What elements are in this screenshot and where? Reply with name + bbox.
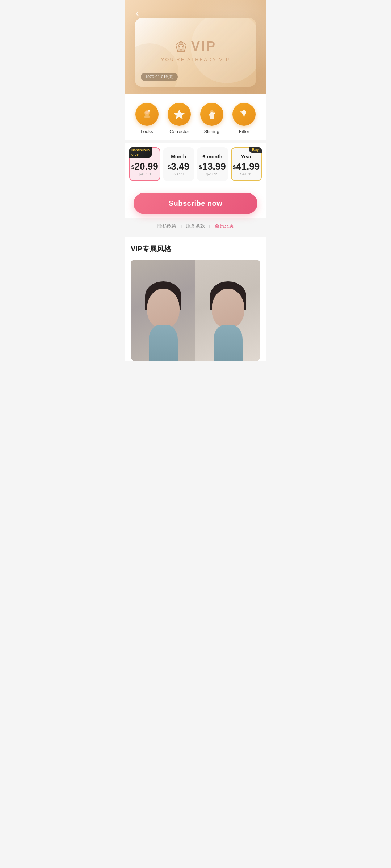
svg-rect-7 (144, 115, 150, 118)
face-oval-right (212, 289, 244, 328)
looks-label: Looks (140, 129, 153, 134)
face-silhouette-left (142, 281, 185, 361)
svg-marker-10 (174, 110, 185, 119)
plan-month[interactable]: Month $ 3.49 $3.99 (163, 147, 194, 181)
pricing-section: Continuousorder Year $ 20.99 $41.99 Mont… (125, 143, 266, 186)
plan-6m-price-row: $ 13.99 (199, 162, 226, 171)
plan-year-buy-original: $41.99 (240, 172, 252, 176)
vip-expiry-text: 1970-01-01到期 (141, 73, 178, 81)
plan-year-buy-price-row: $ 41.99 (233, 162, 260, 171)
header-area: VIP YOU'RE ALREADY VIP 1970-01-01到期 (125, 0, 266, 94)
features-row: ✦ Looks Corrector ✦ Slimin (131, 103, 260, 134)
links-row: 隐私政策 I 服务条款 I 会员兑换 (125, 218, 266, 237)
features-section: ✦ Looks Corrector ✦ Slimin (125, 94, 266, 140)
plan-month-currency: $ (168, 164, 171, 170)
plan-six-month[interactable]: 6-month $ 13.99 $20.99 (197, 147, 228, 181)
plan-month-price-row: $ 3.49 (168, 162, 189, 171)
vip-styles-section: VIP专属风格 (125, 237, 266, 361)
face-oval-left (147, 289, 180, 328)
svg-marker-2 (177, 45, 181, 51)
plan-year-continuous[interactable]: Continuousorder Year $ 20.99 $41.99 (129, 147, 160, 181)
continuous-badge: Continuousorder (129, 147, 152, 158)
body-left (149, 325, 178, 361)
pricing-row: Continuousorder Year $ 20.99 $41.99 Mont… (129, 147, 262, 183)
svg-marker-3 (181, 45, 185, 51)
separator-1: I (179, 224, 183, 229)
plan-6m-amount: 13.99 (202, 162, 226, 171)
terms-link[interactable]: 服务条款 (186, 223, 205, 229)
body-right (214, 325, 243, 361)
svg-text:✦: ✦ (148, 110, 150, 112)
photo-comparison (131, 260, 260, 361)
separator-2: I (208, 224, 212, 229)
vip-styles-title: VIP专属风格 (131, 244, 260, 254)
feature-looks[interactable]: ✦ Looks (133, 103, 161, 134)
corrector-icon (168, 103, 191, 126)
filter-label: Filter (239, 129, 249, 134)
sliming-icon: ✦ (200, 103, 223, 126)
photo-after (196, 260, 260, 361)
plan-year-buy[interactable]: Buy Year $ 41.99 $41.99 (231, 147, 262, 181)
vip-card: VIP YOU'RE ALREADY VIP 1970-01-01到期 (135, 18, 256, 87)
plan-6m-currency: $ (199, 164, 202, 170)
subscribe-section: Subscribe now (125, 186, 266, 218)
plan-year-cont-currency: $ (131, 164, 134, 170)
plan-year-cont-original: $41.99 (139, 172, 151, 176)
privacy-link[interactable]: 隐私政策 (157, 223, 176, 229)
plan-year-buy-period: Year (241, 154, 252, 159)
plan-month-amount: 3.49 (171, 162, 189, 171)
redeem-link[interactable]: 会员兑换 (215, 223, 234, 229)
feature-corrector[interactable]: Corrector (165, 103, 194, 134)
back-button[interactable] (131, 7, 144, 20)
plan-6m-period: 6-month (202, 154, 222, 159)
feature-filter[interactable]: Filter (230, 103, 258, 134)
filter-icon (232, 103, 256, 126)
svg-marker-1 (179, 41, 183, 45)
sliming-label: Sliming (204, 129, 219, 134)
plan-month-original: $3.99 (173, 172, 184, 176)
photo-before (131, 260, 196, 361)
vip-subtitle-text: YOU'RE ALREADY VIP (161, 57, 230, 62)
vip-diamond-row: VIP (175, 39, 216, 54)
vip-title-text: VIP (191, 39, 216, 54)
face-silhouette-right (206, 281, 250, 361)
plan-year-buy-amount: 41.99 (236, 162, 260, 171)
plan-month-period: Month (171, 154, 186, 159)
feature-sliming[interactable]: ✦ Sliming (197, 103, 226, 134)
plan-year-cont-amount: 20.99 (135, 162, 158, 171)
looks-icon: ✦ (135, 103, 159, 126)
plan-6m-original: $20.99 (206, 172, 219, 176)
plan-year-cont-price-row: $ 20.99 (131, 162, 158, 171)
corrector-label: Corrector (169, 129, 189, 134)
subscribe-button[interactable]: Subscribe now (134, 193, 257, 214)
plan-year-buy-currency: $ (233, 164, 236, 170)
svg-point-14 (240, 111, 243, 113)
buy-badge: Buy (249, 147, 262, 153)
svg-text:✦: ✦ (213, 112, 215, 115)
